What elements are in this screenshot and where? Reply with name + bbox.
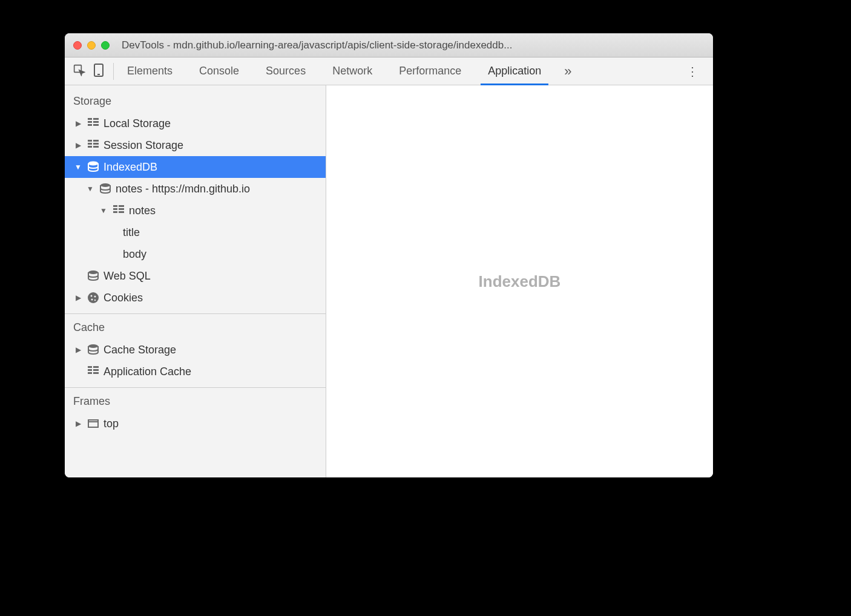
tree-label: Cookies xyxy=(104,292,143,304)
tree-label: notes - https://mdn.github.io xyxy=(116,183,250,195)
tab-application[interactable]: Application xyxy=(475,57,554,85)
svg-rect-35 xyxy=(93,372,99,374)
chevron-down-icon: ▼ xyxy=(85,185,95,193)
svg-rect-20 xyxy=(119,208,124,210)
titlebar: DevTools - mdn.github.io/learning-area/j… xyxy=(65,33,713,57)
svg-rect-7 xyxy=(88,124,92,126)
section-cache: Cache xyxy=(65,314,326,339)
grid-icon xyxy=(112,205,125,216)
device-toggle-icon[interactable] xyxy=(94,64,104,79)
tree-label: Application Cache xyxy=(104,365,191,378)
svg-point-25 xyxy=(91,295,93,297)
kebab-menu-icon[interactable]: ⋮ xyxy=(680,64,705,79)
svg-rect-19 xyxy=(113,208,117,210)
devtools-tabs: Elements Console Sources Network Perform… xyxy=(65,57,713,85)
tab-sources[interactable]: Sources xyxy=(252,57,319,85)
svg-point-15 xyxy=(88,162,98,165)
tree-label: IndexedDB xyxy=(104,161,157,174)
sidebar-item-index[interactable]: title xyxy=(65,221,326,243)
devtools-window: DevTools - mdn.github.io/learning-area/j… xyxy=(65,33,713,477)
svg-rect-33 xyxy=(93,369,99,371)
svg-rect-31 xyxy=(93,366,99,368)
sidebar-item-web-sql[interactable]: Web SQL xyxy=(65,265,326,287)
svg-rect-5 xyxy=(88,121,92,123)
database-icon xyxy=(87,344,100,356)
svg-point-27 xyxy=(91,299,93,301)
svg-rect-10 xyxy=(93,140,99,142)
grid-icon xyxy=(87,140,100,151)
section-frames: Frames xyxy=(65,388,326,413)
application-sidebar: Storage ▶ Local Storage ▶ Session Storag… xyxy=(65,85,326,477)
sidebar-item-local-storage[interactable]: ▶ Local Storage xyxy=(65,113,326,134)
sidebar-item-application-cache[interactable]: Application Cache xyxy=(65,361,326,382)
tree-label: Local Storage xyxy=(104,117,171,130)
tree-label: Web SQL xyxy=(104,270,151,283)
database-icon xyxy=(87,270,100,282)
grid-icon xyxy=(87,366,100,377)
svg-point-28 xyxy=(94,300,96,301)
minimize-icon[interactable] xyxy=(87,41,96,50)
sidebar-item-index[interactable]: body xyxy=(65,243,326,265)
more-tabs-icon[interactable]: » xyxy=(558,64,577,79)
sidebar-item-indexeddb-database[interactable]: ▼ notes - https://mdn.github.io xyxy=(65,178,326,200)
svg-rect-9 xyxy=(88,140,92,142)
svg-rect-4 xyxy=(93,118,99,120)
sidebar-item-session-storage[interactable]: ▶ Session Storage xyxy=(65,134,326,156)
svg-rect-32 xyxy=(88,369,92,371)
svg-rect-22 xyxy=(119,211,124,213)
svg-rect-30 xyxy=(88,366,92,368)
chevron-down-icon: ▼ xyxy=(73,163,83,171)
chevron-right-icon: ▶ xyxy=(73,141,83,149)
database-icon xyxy=(99,183,112,195)
sidebar-item-frame-top[interactable]: ▶ top xyxy=(65,413,326,434)
svg-point-16 xyxy=(100,183,110,187)
svg-rect-6 xyxy=(93,121,99,123)
svg-rect-14 xyxy=(93,146,99,148)
toolbar-icons xyxy=(73,63,114,80)
svg-rect-36 xyxy=(88,420,98,427)
close-icon[interactable] xyxy=(73,41,82,50)
svg-rect-8 xyxy=(93,124,99,126)
inspect-icon[interactable] xyxy=(73,64,85,79)
tree-label: Session Storage xyxy=(104,139,183,152)
tab-elements[interactable]: Elements xyxy=(114,57,186,85)
window-title: DevTools - mdn.github.io/learning-area/j… xyxy=(122,39,705,51)
section-storage: Storage xyxy=(65,85,326,113)
sidebar-item-cookies[interactable]: ▶ Cookies xyxy=(65,287,326,309)
svg-rect-21 xyxy=(113,211,117,213)
main-panel: IndexedDB xyxy=(326,85,713,477)
chevron-down-icon: ▼ xyxy=(99,206,108,215)
svg-rect-34 xyxy=(88,372,92,374)
svg-point-23 xyxy=(88,270,98,274)
svg-rect-13 xyxy=(88,146,92,148)
tab-console[interactable]: Console xyxy=(186,57,252,85)
svg-rect-12 xyxy=(93,143,99,145)
tree-label: top xyxy=(104,418,119,430)
maximize-icon[interactable] xyxy=(101,41,110,50)
main-placeholder: IndexedDB xyxy=(479,272,561,291)
svg-rect-17 xyxy=(113,205,117,207)
chevron-right-icon: ▶ xyxy=(73,293,83,302)
svg-point-24 xyxy=(88,292,99,303)
grid-icon xyxy=(87,118,100,129)
svg-rect-3 xyxy=(88,118,92,120)
tab-performance[interactable]: Performance xyxy=(386,57,475,85)
database-icon xyxy=(87,161,100,173)
tree-label: Cache Storage xyxy=(104,344,176,356)
tree-label: title xyxy=(123,226,140,239)
chevron-right-icon: ▶ xyxy=(73,419,83,428)
tree-label: body xyxy=(123,248,146,261)
sidebar-item-indexeddb[interactable]: ▼ IndexedDB xyxy=(65,156,326,178)
chevron-right-icon: ▶ xyxy=(73,346,83,354)
frame-icon xyxy=(87,419,100,428)
svg-point-26 xyxy=(94,296,96,298)
tree-label: notes xyxy=(129,205,156,217)
chevron-right-icon: ▶ xyxy=(73,119,83,128)
tab-network[interactable]: Network xyxy=(319,57,386,85)
sidebar-item-cache-storage[interactable]: ▶ Cache Storage xyxy=(65,339,326,361)
svg-point-29 xyxy=(88,344,98,348)
sidebar-item-object-store[interactable]: ▼ notes xyxy=(65,200,326,221)
cookie-icon xyxy=(87,292,100,304)
traffic-lights xyxy=(73,41,110,50)
panel-body: Storage ▶ Local Storage ▶ Session Storag… xyxy=(65,85,713,477)
